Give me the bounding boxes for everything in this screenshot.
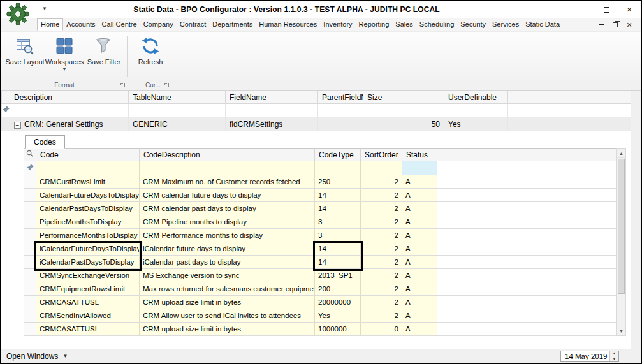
cell-status[interactable]: A bbox=[402, 282, 437, 296]
row-indicator[interactable] bbox=[24, 175, 36, 189]
table-row[interactable]: CRMSendInvtAllowed CRM Allow user to sen… bbox=[24, 309, 616, 323]
table-row[interactable]: CRMCASATTUSL CRM upload size limit in by… bbox=[24, 296, 616, 309]
cell-code[interactable]: CalendarPastDaysToDisplay bbox=[36, 202, 140, 215]
column-header-description[interactable]: Description bbox=[10, 91, 129, 104]
cell-code-type[interactable]: 2013_SP1 bbox=[315, 269, 361, 282]
cell-tablename[interactable]: GENERIC bbox=[129, 117, 226, 131]
filter-cell-code[interactable] bbox=[36, 161, 140, 175]
refresh-button[interactable]: Refresh bbox=[131, 34, 170, 80]
dialog-launcher-icon[interactable] bbox=[120, 83, 125, 87]
cell-code-description[interactable]: MS Exchange version to sync bbox=[140, 269, 315, 282]
cell-code-type[interactable]: 14 bbox=[315, 202, 361, 215]
cell-size[interactable]: 50 bbox=[363, 117, 444, 131]
cell-description[interactable]: −CRM: General Settings bbox=[10, 117, 129, 131]
table-row[interactable]: PipelineMonthsToDisplay CRM Pipeline mon… bbox=[24, 215, 616, 229]
ribbon-tab-contract[interactable]: Contract bbox=[177, 19, 210, 30]
filter-cell-fieldname[interactable] bbox=[226, 104, 318, 117]
spin-up-icon[interactable]: ▲ bbox=[610, 351, 618, 357]
table-row[interactable]: CalendarFutureDaysToDisplay CRM calendar… bbox=[24, 189, 616, 202]
app-gear-icon[interactable] bbox=[6, 3, 29, 25]
cell-code-type[interactable]: 14 bbox=[315, 242, 361, 256]
filter-cell-codetype[interactable] bbox=[315, 161, 361, 175]
cell-sort-order[interactable]: 2 bbox=[361, 189, 402, 202]
cell-code-description[interactable]: CRM Allow user to send iCal invites to a… bbox=[140, 309, 315, 323]
cell-code[interactable]: CRMEquipmentRowsLimit bbox=[36, 282, 140, 296]
row-indicator[interactable] bbox=[24, 202, 36, 215]
cell-userdefinable[interactable]: Yes bbox=[444, 117, 508, 131]
date-value[interactable]: 14 May 2019 bbox=[561, 351, 609, 361]
row-indicator[interactable] bbox=[24, 323, 36, 336]
mdi-close-button[interactable]: × bbox=[623, 20, 636, 30]
cell-code[interactable]: PipelineMonthsToDisplay bbox=[36, 215, 140, 229]
cell-status[interactable]: A bbox=[402, 323, 437, 336]
ribbon-tab-services[interactable]: Services bbox=[489, 19, 522, 30]
scroll-down-icon[interactable]: ▼ bbox=[617, 326, 625, 335]
table-row-highlighted[interactable]: iCalendarPastDaysToDisplay iCalendar pas… bbox=[24, 256, 616, 269]
save-filter-button[interactable]: Save Filter bbox=[84, 34, 124, 80]
cell-code-description[interactable]: CRM Maximum no. of Customer records fetc… bbox=[140, 175, 315, 189]
table-row[interactable]: CRMCustRowsLimit CRM Maximum no. of Cust… bbox=[24, 175, 616, 189]
cell-code-description[interactable]: CRM upload size limit in bytes bbox=[140, 323, 315, 336]
open-windows-button[interactable]: Open Windows ▼ bbox=[6, 352, 68, 361]
filter-cell-userdefinable[interactable] bbox=[444, 104, 508, 117]
cell-code-type[interactable]: 1000000 bbox=[315, 323, 361, 336]
cell-sort-order[interactable]: 2 bbox=[361, 215, 402, 229]
scrollbar-thumb[interactable] bbox=[618, 159, 625, 294]
cell-code-description[interactable]: Max rows returned for salesmans customer… bbox=[140, 282, 315, 296]
table-row[interactable]: CRMSyncExchangeVersion MS Exchange versi… bbox=[24, 269, 616, 282]
table-row[interactable]: CRMEquipmentRowsLimit Max rows returned … bbox=[24, 282, 616, 296]
filter-cell-size[interactable] bbox=[363, 104, 444, 117]
column-header-userdefinable[interactable]: UserDefinable bbox=[444, 91, 508, 104]
spin-down-icon[interactable]: ▼ bbox=[610, 356, 618, 361]
ribbon-tab-security[interactable]: Security bbox=[457, 19, 489, 30]
table-row-highlighted[interactable]: iCalendarFutureDaysToDisplay iCalendar f… bbox=[24, 242, 616, 256]
cell-sort-order[interactable]: 2 bbox=[361, 256, 402, 269]
collapse-row-icon[interactable]: − bbox=[14, 122, 21, 129]
cell-status[interactable]: A bbox=[402, 269, 437, 282]
ribbon-tab-departments[interactable]: Departments bbox=[209, 19, 256, 30]
ribbon-tab-scheduling[interactable]: Scheduling bbox=[416, 19, 457, 30]
ribbon-tab-reporting[interactable]: Reporting bbox=[356, 19, 393, 30]
cell-code-description[interactable]: CRM Pipeline months to display bbox=[140, 215, 315, 229]
row-indicator[interactable] bbox=[24, 189, 36, 202]
cell-code-description[interactable]: CRM calendar future days to display bbox=[140, 189, 315, 202]
cell-code[interactable]: CRMCustRowsLimit bbox=[36, 175, 140, 189]
column-header-tablename[interactable]: TableName bbox=[129, 91, 226, 104]
row-indicator[interactable] bbox=[1, 117, 10, 131]
ribbon-tab-call-centre[interactable]: Call Centre bbox=[99, 19, 140, 30]
ribbon-tab-accounts[interactable]: Accounts bbox=[63, 19, 98, 30]
cell-sort-order[interactable]: 2 bbox=[361, 175, 402, 189]
cell-code-type[interactable]: 14 bbox=[315, 256, 361, 269]
cell-code-description[interactable]: CRM Performance months to display bbox=[140, 229, 315, 242]
codes-search-header[interactable] bbox=[24, 148, 36, 161]
cell-status[interactable]: A bbox=[402, 215, 437, 229]
cell-status[interactable]: A bbox=[402, 229, 437, 242]
cell-code-description[interactable]: CRM calendar past days to display bbox=[140, 202, 315, 215]
mdi-restore-button[interactable] bbox=[609, 20, 622, 30]
row-indicator[interactable] bbox=[24, 296, 36, 309]
cell-sort-order[interactable]: 2 bbox=[361, 296, 402, 309]
column-header-parentfieldname[interactable]: ParentFieldName bbox=[318, 91, 363, 104]
maximize-button[interactable] bbox=[595, 3, 618, 17]
filter-cell-sortorder[interactable] bbox=[361, 161, 402, 175]
ribbon-tab-inventory[interactable]: Inventory bbox=[320, 19, 355, 30]
date-editor[interactable]: 14 May 2019 ▲ ▼ bbox=[560, 351, 619, 362]
row-indicator[interactable] bbox=[24, 282, 36, 296]
cell-sort-order[interactable]: 2 bbox=[361, 242, 402, 256]
filter-cell-tablename[interactable] bbox=[129, 104, 226, 117]
cell-code-type[interactable]: 250 bbox=[315, 175, 361, 189]
cell-code-description[interactable]: iCalendar future days to display bbox=[140, 242, 315, 256]
cell-sort-order[interactable]: 2 bbox=[361, 282, 402, 296]
cell-code-type[interactable]: 3 bbox=[315, 215, 361, 229]
filter-cell-description[interactable] bbox=[10, 104, 129, 117]
table-row[interactable]: CRMCASATTUSL CRM upload size limit in by… bbox=[24, 323, 616, 336]
cell-code[interactable]: iCalendarFutureDaysToDisplay bbox=[36, 242, 140, 256]
cell-fieldname[interactable]: fldCRMSettings bbox=[226, 117, 318, 131]
tab-codes[interactable]: Codes bbox=[25, 135, 65, 149]
cell-code-description[interactable]: iCalendar past days to display bbox=[140, 256, 315, 269]
dialog-launcher-icon[interactable] bbox=[164, 83, 169, 87]
mdi-minimize-button[interactable] bbox=[595, 20, 608, 30]
cell-code[interactable]: PerformanceMonthsToDisplay bbox=[36, 229, 140, 242]
cell-status[interactable]: A bbox=[402, 202, 437, 215]
ribbon-tab-home[interactable]: Home bbox=[37, 18, 63, 31]
